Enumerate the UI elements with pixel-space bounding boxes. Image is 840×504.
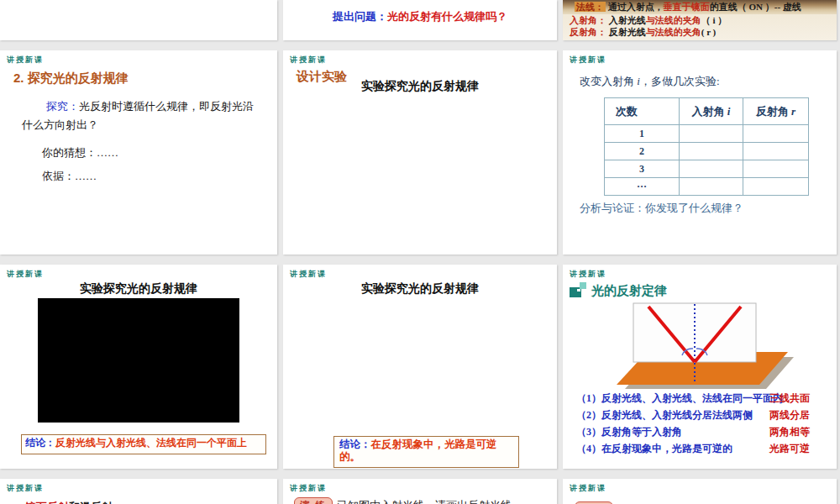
intro-post: ，多做几次实验: xyxy=(640,75,720,87)
header-incidence-angle: 入射角 i xyxy=(680,98,743,125)
corner-tab: 讲授新课 xyxy=(290,269,327,280)
corner-tab: 讲授新课 xyxy=(290,483,327,494)
conclusion-box: 结论：在反射现象中，光路是可逆 的。 xyxy=(333,436,519,468)
corner-tab: 讲授新课 xyxy=(7,55,44,66)
definition-incidence: 入射角： 入射光线与法线的夹角（ i ） xyxy=(570,14,727,27)
normal-d2: 垂直于镜面 xyxy=(664,2,710,12)
law-item-2: （2）反射光线、入射光线分居法线两侧 xyxy=(576,408,753,423)
law-item-4: （4）在反射现象中，光路是可逆的 xyxy=(576,442,732,456)
slide-thumbnail-question[interactable]: 提出问题：光的反射有什么规律吗？ xyxy=(283,0,557,40)
incidence-d1: 入射光线 xyxy=(609,15,646,25)
question-label: 提出问题： xyxy=(333,10,387,23)
slide-thumbnail-practice[interactable]: 讲授新课 演 练 已知图中入射光线，请画出反射光线 xyxy=(283,479,557,504)
slide-thumbnail-data-table[interactable]: 讲授新课 改变入射角 i，多做几次实验: 次数 入射角 i 反射角 r 1 2 xyxy=(563,50,837,255)
slide-thumbnail-practice-2[interactable]: 讲授新课 演 练 xyxy=(563,479,837,504)
probe-line2: 什么方向射出？ xyxy=(22,118,98,133)
practice-prompt: 已知图中入射光线，请画出反射光线 xyxy=(337,498,512,504)
table-row: 3 xyxy=(605,160,809,178)
analysis-line: 分析与论证：你发现了什么规律？ xyxy=(580,201,743,216)
basis-line: 依据：…… xyxy=(42,169,97,184)
slide-thumbnail-blank[interactable] xyxy=(0,0,277,40)
conclusion-label: 结论： xyxy=(339,438,371,450)
probe-label: 探究： xyxy=(46,100,79,113)
conclusion-box: 结论：反射光线与入射光线、法线在同一个平面上 xyxy=(21,434,266,454)
slide-thumbnail-video[interactable]: 讲授新课 实验探究光的反射规律 结论：反射光线与入射光线、法线在同一个平面上 xyxy=(0,265,277,469)
slide-thumbnail-definitions[interactable]: 法线： 通过入射点，垂直于镜面的直线（ ON ）-- 虚线 入射角： 入射光线与… xyxy=(563,0,837,40)
law-item-3: （3）反射角等于入射角 xyxy=(576,425,682,439)
law-summary-2: 两线分居 xyxy=(769,408,810,423)
slide-thumbnail-law[interactable]: 讲授新课 光的反射定律 （1）反射光线、入射光线、法线在同一平面内 三线共面 （… xyxy=(563,265,837,469)
normal-d1: 通过入射点， xyxy=(608,2,664,12)
row-number: 1 xyxy=(605,125,680,143)
slide-thumbnail-design[interactable]: 讲授新课 设计实验 实验探究光的反射规律 xyxy=(283,50,557,255)
incidence-d3: （ i ） xyxy=(701,15,727,25)
table-header-row: 次数 入射角 i 反射角 r xyxy=(605,98,809,125)
row-number: 3 xyxy=(605,160,680,178)
table-intro: 改变入射角 i，多做几次实验: xyxy=(580,74,720,89)
definition-reflection: 反射角： 反射光线与法线的夹角( r ) xyxy=(570,26,716,39)
law-summary-3: 两角相等 xyxy=(769,425,810,439)
corner-tab: 讲授新课 xyxy=(7,483,44,494)
reflection-d1: 反射光线 xyxy=(609,27,646,37)
partial-black: 和漫反射 xyxy=(69,501,113,504)
law-item-1: （1）反射光线、入射光线、法线在同一平面内 xyxy=(576,391,783,406)
header-times: 次数 xyxy=(605,98,680,125)
probe-text1: 光反射时遵循什么规律，即反射光沿 xyxy=(79,100,254,113)
table-row: 1 xyxy=(605,125,809,143)
video-slide-title: 实验探究光的反射规律 xyxy=(0,281,277,297)
normal-term: 法线： xyxy=(575,2,606,12)
law-summary-1: 三线共面 xyxy=(769,391,810,406)
slide-thumbnail-partial-left[interactable]: 讲授新课 镜面反射和漫反射 xyxy=(0,479,277,504)
slide-thumbnail-reversible[interactable]: 讲授新课 实验探究光的反射规律 结论：在反射现象中，光路是可逆 的。 xyxy=(283,265,557,469)
incidence-term: 入射角： xyxy=(570,15,606,25)
video-placeholder[interactable] xyxy=(38,298,239,423)
reversible-slide-title: 实验探究光的反射规律 xyxy=(283,281,557,297)
normal-d3: 的直线（ ON ）-- 虚线 xyxy=(710,2,801,12)
slide-thumbnail-explore[interactable]: 讲授新课 2. 探究光的反射规律 探究：光反射时遵循什么规律，即反射光沿 什么方… xyxy=(0,50,277,255)
intro-pre: 改变入射角 xyxy=(580,75,637,87)
reflection-d2: 与法线的夹角 xyxy=(646,27,701,37)
row-number: 2 xyxy=(605,143,680,160)
probe-line1: 探究：光反射时遵循什么规律，即反射光沿 xyxy=(46,99,254,114)
table-row: 2 xyxy=(605,143,809,160)
experiment-table: 次数 入射角 i 反射角 r 1 2 3 ··· xyxy=(604,97,809,196)
reflection-term: 反射角： xyxy=(570,27,606,37)
corner-tab: 讲授新课 xyxy=(570,483,606,494)
corner-tab: 讲授新课 xyxy=(570,55,606,66)
law-summary-4: 光路可逆 xyxy=(769,442,810,456)
question-line: 提出问题：光的反射有什么规律吗？ xyxy=(283,9,557,24)
corner-tab: 讲授新课 xyxy=(7,269,44,280)
reflection-d3: ( r ) xyxy=(701,27,717,37)
reflection-diagram xyxy=(615,302,795,392)
question-text: 光的反射有什么规律吗？ xyxy=(387,10,507,23)
conclusion-label: 结论： xyxy=(25,437,55,449)
design-title: 实验探究光的反射规律 xyxy=(283,79,557,94)
incidence-d2: 与法线的夹角 xyxy=(646,15,701,25)
conclusion-line1: 在反射现象中，光路是可逆 xyxy=(371,438,497,450)
conclusion-text: 反射光线与入射光线、法线在同一个平面上 xyxy=(55,437,247,449)
explore-heading: 2. 探究光的反射规律 xyxy=(13,71,129,87)
practice-badge: 演 练 xyxy=(294,497,333,504)
partial-red: 镜面反射 xyxy=(25,501,69,504)
table-row: ··· xyxy=(605,178,809,196)
guess-line: 你的猜想：…… xyxy=(42,145,118,160)
slide-sorter-board: 提出问题：光的反射有什么规律吗？ 法线： 通过入射点，垂直于镜面的直线（ ON … xyxy=(0,0,840,504)
row-number: ··· xyxy=(605,178,680,196)
partial-heading: 镜面反射和漫反射 xyxy=(25,500,113,504)
conclusion-line2: 的。 xyxy=(339,451,360,463)
squares-icon xyxy=(570,282,588,297)
corner-tab: 讲授新课 xyxy=(570,269,606,280)
law-title: 光的反射定律 xyxy=(591,283,667,299)
corner-tab: 讲授新课 xyxy=(290,55,327,66)
definition-normal: 法线： 通过入射点，垂直于镜面的直线（ ON ）-- 虚线 xyxy=(575,1,801,13)
header-reflection-angle: 反射角 r xyxy=(743,98,809,125)
